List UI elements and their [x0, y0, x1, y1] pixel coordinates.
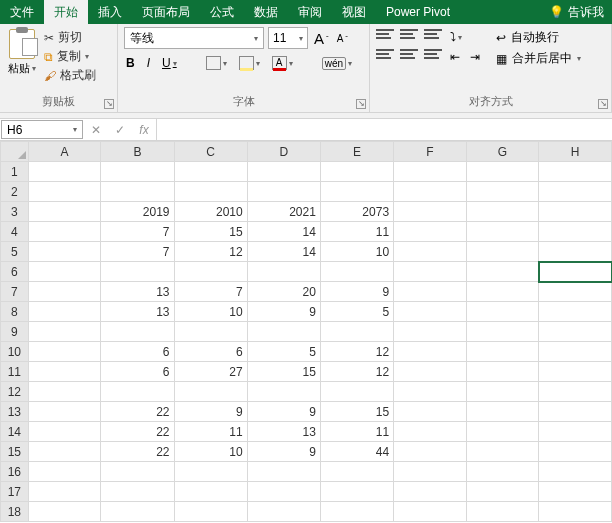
cell-G17[interactable] [466, 482, 539, 502]
cell-B9[interactable] [101, 322, 174, 342]
cell-F2[interactable] [394, 182, 467, 202]
cell-E7[interactable]: 9 [320, 282, 393, 302]
cell-G7[interactable] [466, 282, 539, 302]
cell-C4[interactable]: 15 [174, 222, 247, 242]
cell-F11[interactable] [394, 362, 467, 382]
row-header-15[interactable]: 15 [1, 442, 29, 462]
cell-H2[interactable] [539, 182, 612, 202]
cell-F16[interactable] [394, 462, 467, 482]
cell-G18[interactable] [466, 502, 539, 522]
name-box[interactable]: H6▾ [1, 120, 83, 139]
cell-A7[interactable] [28, 282, 101, 302]
cell-H1[interactable] [539, 162, 612, 182]
borders-button[interactable]: ▾ [204, 55, 229, 71]
cell-C18[interactable] [174, 502, 247, 522]
cell-E9[interactable] [320, 322, 393, 342]
col-header-C[interactable]: C [174, 142, 247, 162]
cell-G12[interactable] [466, 382, 539, 402]
cell-E4[interactable]: 11 [320, 222, 393, 242]
cell-B13[interactable]: 22 [101, 402, 174, 422]
shrink-font-button[interactable]: Aˇ [335, 32, 350, 45]
cell-A12[interactable] [28, 382, 101, 402]
col-header-B[interactable]: B [101, 142, 174, 162]
cell-A6[interactable] [28, 262, 101, 282]
cell-B14[interactable]: 22 [101, 422, 174, 442]
cell-C16[interactable] [174, 462, 247, 482]
cancel-formula-button[interactable]: ✕ [84, 123, 108, 137]
cell-D7[interactable]: 20 [247, 282, 320, 302]
spreadsheet-grid[interactable]: ABCDEFGH12320192010202120734715141157121… [0, 141, 612, 522]
tab-view[interactable]: 视图 [332, 0, 376, 24]
cell-F10[interactable] [394, 342, 467, 362]
cell-C7[interactable]: 7 [174, 282, 247, 302]
cell-H7[interactable] [539, 282, 612, 302]
grow-font-button[interactable]: Aˆ [312, 29, 331, 48]
cell-H9[interactable] [539, 322, 612, 342]
select-all-corner[interactable] [1, 142, 29, 162]
cell-F4[interactable] [394, 222, 467, 242]
cell-D13[interactable]: 9 [247, 402, 320, 422]
cell-D6[interactable] [247, 262, 320, 282]
underline-button[interactable]: U▾ [160, 55, 179, 71]
row-header-6[interactable]: 6 [1, 262, 29, 282]
italic-button[interactable]: I [145, 55, 152, 71]
col-header-F[interactable]: F [394, 142, 467, 162]
cell-C2[interactable] [174, 182, 247, 202]
cell-D3[interactable]: 2021 [247, 202, 320, 222]
cell-A13[interactable] [28, 402, 101, 422]
cell-A10[interactable] [28, 342, 101, 362]
cell-C15[interactable]: 10 [174, 442, 247, 462]
row-header-5[interactable]: 5 [1, 242, 29, 262]
cell-E11[interactable]: 12 [320, 362, 393, 382]
col-header-E[interactable]: E [320, 142, 393, 162]
cell-A16[interactable] [28, 462, 101, 482]
cell-D16[interactable] [247, 462, 320, 482]
row-header-18[interactable]: 18 [1, 502, 29, 522]
cell-A2[interactable] [28, 182, 101, 202]
cell-H11[interactable] [539, 362, 612, 382]
cell-E5[interactable]: 10 [320, 242, 393, 262]
cell-B17[interactable] [101, 482, 174, 502]
cell-G13[interactable] [466, 402, 539, 422]
font-size-select[interactable]: 11▾ [268, 27, 308, 49]
cell-B2[interactable] [101, 182, 174, 202]
col-header-D[interactable]: D [247, 142, 320, 162]
cell-B16[interactable] [101, 462, 174, 482]
format-painter-button[interactable]: 🖌格式刷 [44, 67, 96, 84]
cell-B12[interactable] [101, 382, 174, 402]
cell-A18[interactable] [28, 502, 101, 522]
cell-H14[interactable] [539, 422, 612, 442]
cell-G5[interactable] [466, 242, 539, 262]
tab-insert[interactable]: 插入 [88, 0, 132, 24]
cell-F13[interactable] [394, 402, 467, 422]
tab-layout[interactable]: 页面布局 [132, 0, 200, 24]
align-top-button[interactable] [376, 29, 394, 45]
cell-H8[interactable] [539, 302, 612, 322]
cell-G8[interactable] [466, 302, 539, 322]
wrap-text-button[interactable]: ↩自动换行 [496, 29, 581, 46]
cell-H18[interactable] [539, 502, 612, 522]
font-color-button[interactable]: A▾ [270, 55, 295, 71]
cell-C12[interactable] [174, 382, 247, 402]
cell-F1[interactable] [394, 162, 467, 182]
cell-H15[interactable] [539, 442, 612, 462]
cell-D17[interactable] [247, 482, 320, 502]
cell-B8[interactable]: 13 [101, 302, 174, 322]
row-header-10[interactable]: 10 [1, 342, 29, 362]
cell-B7[interactable]: 13 [101, 282, 174, 302]
cell-H16[interactable] [539, 462, 612, 482]
tab-file[interactable]: 文件 [0, 0, 44, 24]
cell-B15[interactable]: 22 [101, 442, 174, 462]
cell-D9[interactable] [247, 322, 320, 342]
row-header-12[interactable]: 12 [1, 382, 29, 402]
cell-F14[interactable] [394, 422, 467, 442]
tab-data[interactable]: 数据 [244, 0, 288, 24]
cell-F7[interactable] [394, 282, 467, 302]
cell-A3[interactable] [28, 202, 101, 222]
row-header-14[interactable]: 14 [1, 422, 29, 442]
cell-H4[interactable] [539, 222, 612, 242]
insert-function-button[interactable]: fx [132, 123, 156, 137]
phonetic-button[interactable]: wén▾ [320, 56, 354, 71]
cell-E1[interactable] [320, 162, 393, 182]
cell-C17[interactable] [174, 482, 247, 502]
